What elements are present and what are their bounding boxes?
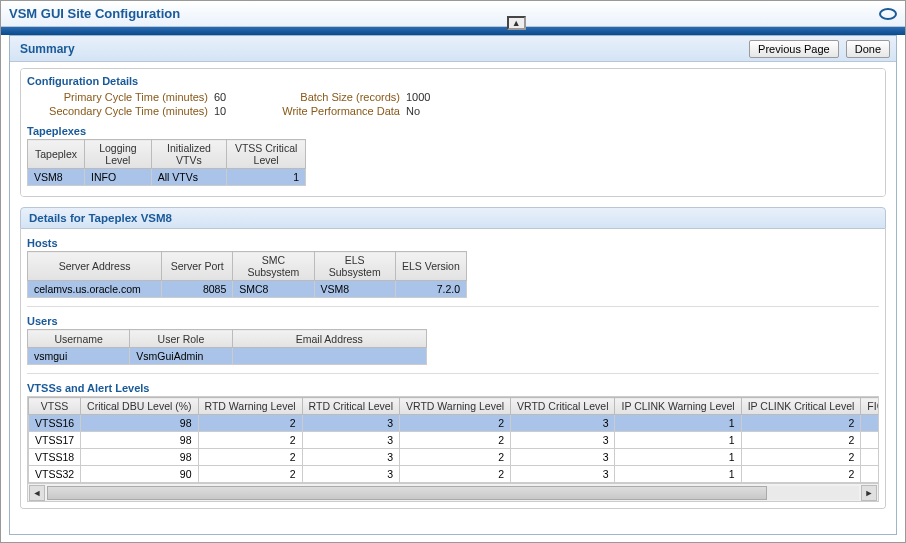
- config-title: Configuration Details: [27, 75, 879, 87]
- col-server-address[interactable]: Server Address: [28, 252, 162, 281]
- cell-role: VsmGuiAdmin: [130, 348, 232, 365]
- cell: 1: [615, 415, 741, 432]
- cell: 3: [511, 466, 615, 483]
- cell: 1: [615, 432, 741, 449]
- cell: 1: [861, 432, 879, 449]
- col-server-port[interactable]: Server Port: [162, 252, 233, 281]
- primary-cycle-value: 60: [214, 91, 246, 103]
- details-title: Details for Tapeplex VSM8: [20, 207, 886, 229]
- write-perf-label: Write Performance Data: [246, 105, 406, 117]
- accent-strip: [1, 27, 905, 35]
- col-logging-level[interactable]: Logging Level: [85, 140, 152, 169]
- horizontal-scrollbar[interactable]: ◄ ►: [28, 483, 878, 501]
- table-row[interactable]: VTSS18982323121210: [29, 449, 880, 466]
- col-vrtdc[interactable]: VRTD Critical Level: [511, 398, 615, 415]
- col-username[interactable]: Username: [28, 330, 130, 348]
- cell: 3: [302, 415, 399, 432]
- cell: VTSS17: [29, 432, 81, 449]
- main-panel: Summary Previous Page Done Configuration…: [9, 35, 897, 535]
- button-group: Previous Page Done: [749, 40, 890, 58]
- scroll-thumb[interactable]: [47, 486, 767, 500]
- cell: 2: [400, 466, 511, 483]
- divider: [27, 373, 879, 374]
- cell: 3: [511, 432, 615, 449]
- cell-port: 8085: [162, 281, 233, 298]
- col-userrole[interactable]: User Role: [130, 330, 232, 348]
- cell: 1: [861, 415, 879, 432]
- col-email[interactable]: Email Address: [232, 330, 426, 348]
- write-perf-value: No: [406, 105, 446, 117]
- cell-email: [232, 348, 426, 365]
- cell: VTSS32: [29, 466, 81, 483]
- summary-title: Summary: [20, 42, 75, 56]
- cell: 3: [511, 449, 615, 466]
- col-ipc[interactable]: IP CLINK Critical Level: [741, 398, 861, 415]
- table-header-row: Username User Role Email Address: [28, 330, 427, 348]
- page-title: VSM GUI Site Configuration: [9, 6, 180, 21]
- table-row[interactable]: VTSS16982323121210: [29, 415, 880, 432]
- cell-addr: celamvs.us.oracle.com: [28, 281, 162, 298]
- cell-init: All VTVs: [151, 169, 227, 186]
- cell-tapeplex: VSM8: [28, 169, 85, 186]
- hosts-table: Server Address Server Port SMC Subsystem…: [27, 251, 467, 298]
- col-tapeplex[interactable]: Tapeplex: [28, 140, 85, 169]
- previous-page-button[interactable]: Previous Page: [749, 40, 839, 58]
- table-header-row: Tapeplex Logging Level Initialized VTVs …: [28, 140, 306, 169]
- col-els[interactable]: ELS Subsystem: [314, 252, 395, 281]
- cell: 2: [741, 415, 861, 432]
- col-ipw[interactable]: IP CLINK Warning Level: [615, 398, 741, 415]
- table-row[interactable]: VSM8 INFO All VTVs 1: [28, 169, 306, 186]
- col-rtdc[interactable]: RTD Critical Level: [302, 398, 399, 415]
- content-area: Configuration Details Primary Cycle Time…: [10, 62, 896, 525]
- cell: 1: [615, 466, 741, 483]
- scroll-right-icon[interactable]: ►: [861, 485, 877, 501]
- divider: [27, 306, 879, 307]
- cell: 2: [400, 432, 511, 449]
- cell: 2: [741, 466, 861, 483]
- col-els-ver[interactable]: ELS Version: [395, 252, 466, 281]
- col-vrtdw[interactable]: VRTD Warning Level: [400, 398, 511, 415]
- title-bar: VSM GUI Site Configuration ▲: [1, 1, 905, 27]
- cell: 2: [400, 449, 511, 466]
- col-rtdw[interactable]: RTD Warning Level: [198, 398, 302, 415]
- vtss-scroll-wrap: VTSS Critical DBU Level (%) RTD Warning …: [27, 396, 879, 502]
- col-dbu[interactable]: Critical DBU Level (%): [81, 398, 198, 415]
- cell: 1: [861, 449, 879, 466]
- table-row[interactable]: vsmgui VsmGuiAdmin: [28, 348, 427, 365]
- col-smc[interactable]: SMC Subsystem: [233, 252, 314, 281]
- secondary-cycle-value: 10: [214, 105, 246, 117]
- cell: 3: [302, 432, 399, 449]
- cell: 98: [81, 432, 198, 449]
- cell-ver: 7.2.0: [395, 281, 466, 298]
- cell: 2: [741, 432, 861, 449]
- table-row[interactable]: VTSS32902323121210: [29, 466, 880, 483]
- batch-size-value: 1000: [406, 91, 446, 103]
- cell: 3: [302, 466, 399, 483]
- cell-smc: SMC8: [233, 281, 314, 298]
- vtss-title: VTSSs and Alert Levels: [27, 382, 879, 394]
- col-vtss[interactable]: VTSS: [29, 398, 81, 415]
- cell: 2: [198, 432, 302, 449]
- scroll-track[interactable]: [47, 486, 859, 500]
- cell: VTSS18: [29, 449, 81, 466]
- cell: 2: [198, 466, 302, 483]
- cell: 2: [198, 415, 302, 432]
- config-section: Configuration Details Primary Cycle Time…: [20, 68, 886, 197]
- cell: 3: [302, 449, 399, 466]
- caret-up-icon[interactable]: ▲: [507, 16, 526, 30]
- table-header-row: Server Address Server Port SMC Subsystem…: [28, 252, 467, 281]
- cell-user: vsmgui: [28, 348, 130, 365]
- table-row[interactable]: VTSS17982323121210: [29, 432, 880, 449]
- cell: 98: [81, 415, 198, 432]
- vtss-table: VTSS Critical DBU Level (%) RTD Warning …: [28, 397, 879, 483]
- col-init-vtvs[interactable]: Initialized VTVs: [151, 140, 227, 169]
- summary-bar: Summary Previous Page Done: [10, 36, 896, 62]
- secondary-cycle-label: Secondary Cycle Time (minutes): [39, 105, 214, 117]
- scroll-left-icon[interactable]: ◄: [29, 485, 45, 501]
- primary-cycle-label: Primary Cycle Time (minutes): [39, 91, 214, 103]
- table-row[interactable]: celamvs.us.oracle.com 8085 SMC8 VSM8 7.2…: [28, 281, 467, 298]
- cell: 90: [81, 466, 198, 483]
- done-button[interactable]: Done: [846, 40, 890, 58]
- col-fcw[interactable]: FICON CLINK Warning Level: [861, 398, 879, 415]
- col-vtss-crit[interactable]: VTSS Critical Level: [227, 140, 306, 169]
